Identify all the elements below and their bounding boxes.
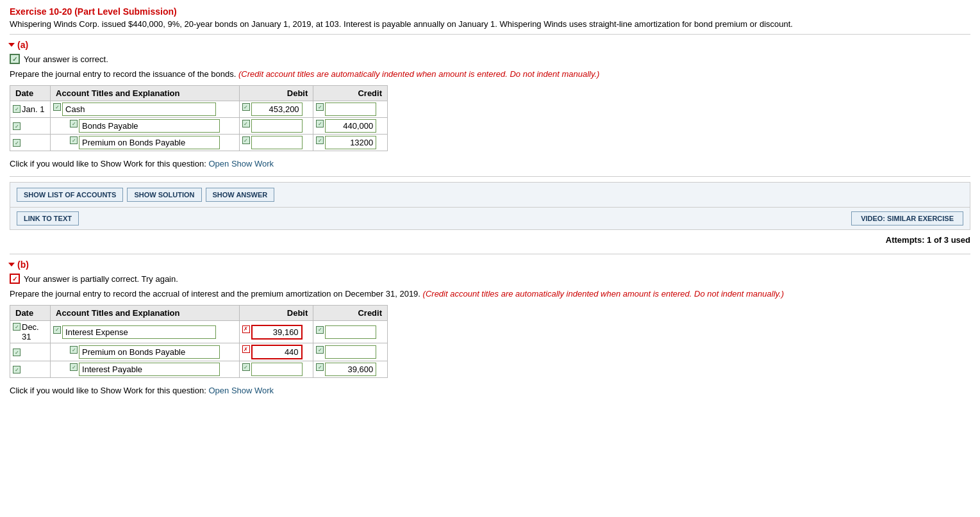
check-icon: ✓	[70, 363, 78, 371]
journal-table-b: Date Account Titles and Explanation Debi…	[10, 305, 388, 378]
debit-input[interactable]	[251, 325, 303, 340]
credit-input[interactable]	[325, 103, 376, 116]
check-icon: ✓	[316, 326, 324, 334]
credit-input[interactable]	[325, 363, 376, 376]
show-work-b: Click if you would like to Show Work for…	[10, 386, 970, 395]
account-cell: ✓	[51, 361, 240, 378]
date-value: Jan. 1	[22, 104, 44, 114]
open-show-work-link-a[interactable]: Open Show Work	[208, 159, 274, 168]
check-icon: ✓	[316, 103, 324, 111]
credit-input[interactable]	[325, 325, 376, 339]
account-input[interactable]	[79, 345, 220, 359]
toolbar-row2: LINK TO TEXT VIDEO: SIMILAR EXERCISE	[10, 208, 970, 230]
debit-cell: ✓	[239, 118, 313, 135]
error-x-icon: ✗	[242, 345, 250, 353]
date-cell: ✓ Jan. 1	[10, 101, 51, 118]
triangle-b-icon	[8, 263, 15, 267]
check-icon: ✓	[13, 139, 21, 147]
show-solution-button[interactable]: SHOW SOLUTION	[127, 188, 201, 202]
correct-message-a: Your answer is correct.	[24, 54, 108, 64]
check-icon: ✓	[242, 363, 250, 371]
debit-input[interactable]	[251, 345, 303, 359]
table-row: ✓ Dec. 31 ✓ ✗	[10, 321, 388, 343]
check-icon: ✓	[70, 346, 78, 354]
debit-input[interactable]	[251, 136, 303, 149]
partial-check-icon: ✓	[10, 274, 20, 284]
debit-cell: ✗	[239, 343, 313, 361]
open-show-work-link-b[interactable]: Open Show Work	[208, 386, 274, 395]
account-cell: ✓	[51, 101, 240, 118]
col-date-a: Date	[10, 86, 51, 101]
account-input[interactable]	[79, 119, 220, 133]
table-row: ✓ ✓ ✓ ✓	[10, 135, 388, 151]
check-icon: ✓	[70, 120, 78, 127]
check-icon: ✓	[13, 366, 21, 373]
col-debit-b: Debit	[239, 306, 313, 321]
check-icon: ✓	[242, 136, 250, 144]
account-input[interactable]	[62, 325, 216, 339]
col-credit-a: Credit	[313, 86, 388, 101]
check-icon: ✓	[13, 349, 21, 356]
col-account-a: Account Titles and Explanation	[51, 86, 240, 101]
check-icon: ✓	[13, 122, 21, 130]
section-a: (a) ✓ Your answer is correct. Prepare th…	[10, 40, 970, 168]
credit-input[interactable]	[325, 136, 376, 149]
section-a-label: (a)	[17, 40, 28, 50]
table-row: ✓ ✓ ✗ ✓	[10, 343, 388, 361]
debit-input[interactable]	[251, 119, 303, 133]
exercise-description: Whispering Winds Corp. issued $440,000, …	[10, 19, 970, 29]
credit-cell: ✓	[313, 135, 388, 151]
debit-input[interactable]	[251, 363, 303, 376]
error-x-icon: ✗	[242, 325, 250, 333]
correct-message-b: Your answer is partially correct. Try ag…	[24, 274, 178, 284]
show-list-button[interactable]: SHOW LIST OF ACCOUNTS	[17, 188, 123, 202]
check-icon: ✓	[316, 120, 324, 127]
credit-cell: ✓	[313, 343, 388, 361]
section-b: (b) ✓ Your answer is partially correct. …	[10, 259, 970, 395]
link-to-text-button[interactable]: LINK TO TEXT	[17, 211, 79, 226]
account-input[interactable]	[79, 363, 220, 376]
account-cell: ✓	[51, 135, 240, 151]
video-similar-exercise-button[interactable]: VIDEO: SIMILAR EXERCISE	[851, 211, 963, 226]
section-b-label: (b)	[17, 259, 29, 270]
date-cell: ✓ Dec. 31	[10, 321, 51, 343]
check-icon: ✓	[13, 323, 21, 331]
col-account-b: Account Titles and Explanation	[51, 306, 240, 321]
col-debit-a: Debit	[239, 86, 313, 101]
credit-cell: ✓	[313, 101, 388, 118]
col-date-b: Date	[10, 306, 51, 321]
col-credit-b: Credit	[313, 306, 388, 321]
instruction-b: Prepare the journal entry to record the …	[10, 289, 970, 299]
correct-check-icon: ✓	[10, 54, 20, 64]
table-row: ✓ ✓ ✓ ✓	[10, 361, 388, 378]
check-icon: ✓	[242, 120, 250, 127]
credit-cell: ✓	[313, 118, 388, 135]
journal-table-a: Date Account Titles and Explanation Debi…	[10, 85, 388, 151]
debit-cell: ✗	[239, 321, 313, 343]
attempts-display: Attempts: 1 of 3 used	[10, 235, 970, 245]
account-cell: ✓	[51, 343, 240, 361]
check-icon: ✓	[242, 103, 250, 111]
account-cell: ✓	[51, 118, 240, 135]
credit-input[interactable]	[325, 119, 376, 133]
date-cell: ✓	[10, 361, 51, 378]
triangle-a-icon	[8, 43, 15, 47]
account-cell: ✓	[51, 321, 240, 343]
account-input[interactable]	[62, 103, 216, 116]
show-answer-button[interactable]: SHOW ANSWER	[206, 188, 275, 202]
date-value: Dec. 31	[22, 322, 47, 341]
check-icon: ✓	[53, 103, 61, 111]
date-cell: ✓	[10, 135, 51, 151]
debit-input[interactable]	[251, 103, 303, 116]
check-icon: ✓	[13, 105, 21, 113]
debit-cell: ✓	[239, 101, 313, 118]
debit-cell: ✓	[239, 361, 313, 378]
table-row: ✓ ✓ ✓ ✓	[10, 118, 388, 135]
instruction-a: Prepare the journal entry to record the …	[10, 69, 970, 79]
account-input[interactable]	[79, 136, 220, 149]
debit-cell: ✓	[239, 135, 313, 151]
check-icon: ✓	[316, 346, 324, 354]
check-icon: ✓	[316, 363, 324, 371]
credit-input[interactable]	[325, 345, 376, 359]
credit-cell: ✓	[313, 321, 388, 343]
